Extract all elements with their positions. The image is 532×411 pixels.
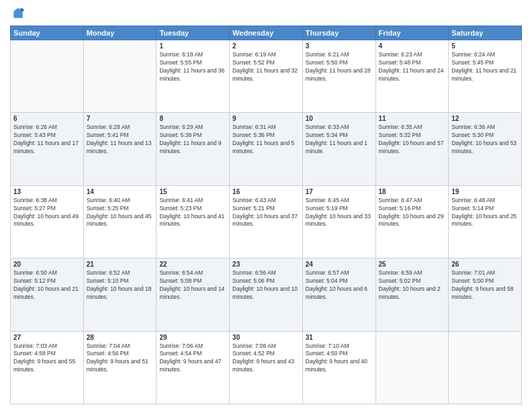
calendar-cell: 1Sunrise: 6:18 AMSunset: 5:55 PMDaylight…: [157, 40, 230, 113]
calendar-cell: 6Sunrise: 6:26 AMSunset: 5:43 PMDaylight…: [11, 113, 84, 185]
weekday-header-thursday: Thursday: [302, 26, 375, 40]
day-info: Sunrise: 7:08 AMSunset: 4:52 PMDaylight:…: [232, 342, 300, 375]
day-info: Sunrise: 6:59 AMSunset: 5:02 PMDaylight:…: [379, 269, 446, 302]
day-number: 26: [451, 261, 519, 268]
calendar-cell: [375, 331, 449, 404]
day-number: 3: [306, 42, 373, 50]
week-row-2: 6Sunrise: 6:26 AMSunset: 5:43 PMDaylight…: [11, 113, 522, 185]
week-row-3: 13Sunrise: 6:38 AMSunset: 5:27 PMDayligh…: [11, 185, 522, 258]
weekday-header-row: SundayMondayTuesdayWednesdayThursdayFrid…: [11, 26, 522, 40]
calendar-cell: 26Sunrise: 7:01 AMSunset: 5:00 PMDayligh…: [449, 259, 522, 331]
calendar-cell: [83, 40, 157, 113]
day-number: 31: [306, 334, 373, 341]
calendar-cell: 23Sunrise: 6:56 AMSunset: 5:06 PMDayligh…: [230, 259, 303, 331]
day-number: 1: [159, 42, 226, 50]
day-info: Sunrise: 6:56 AMSunset: 5:06 PMDaylight:…: [232, 269, 300, 302]
day-number: 19: [451, 188, 519, 195]
calendar-table: SundayMondayTuesdayWednesdayThursdayFrid…: [10, 26, 522, 404]
day-number: 21: [87, 261, 154, 268]
day-info: Sunrise: 6:23 AMSunset: 5:48 PMDaylight:…: [379, 51, 446, 83]
day-number: 24: [306, 261, 373, 268]
day-info: Sunrise: 7:04 AMSunset: 4:56 PMDaylight:…: [87, 342, 154, 375]
day-info: Sunrise: 6:52 AMSunset: 5:10 PMDaylight:…: [87, 269, 154, 302]
day-number: 7: [87, 115, 154, 122]
weekday-header-wednesday: Wednesday: [230, 26, 303, 40]
day-info: Sunrise: 6:57 AMSunset: 5:04 PMDaylight:…: [306, 269, 373, 302]
week-row-4: 20Sunrise: 6:50 AMSunset: 5:12 PMDayligh…: [11, 259, 522, 331]
day-info: Sunrise: 6:45 AMSunset: 5:19 PMDaylight:…: [306, 197, 373, 229]
page-header: [10, 7, 522, 20]
calendar-cell: 22Sunrise: 6:54 AMSunset: 5:08 PMDayligh…: [157, 259, 230, 331]
calendar-cell: 21Sunrise: 6:52 AMSunset: 5:10 PMDayligh…: [83, 259, 157, 331]
day-number: 11: [379, 115, 446, 122]
day-info: Sunrise: 6:36 AMSunset: 5:30 PMDaylight:…: [451, 124, 519, 156]
day-info: Sunrise: 7:06 AMSunset: 4:54 PMDaylight:…: [159, 342, 226, 375]
day-number: 28: [87, 334, 154, 341]
calendar-cell: 18Sunrise: 6:47 AMSunset: 5:16 PMDayligh…: [375, 185, 449, 258]
calendar-cell: 7Sunrise: 6:28 AMSunset: 5:41 PMDaylight…: [83, 113, 157, 185]
calendar-cell: 19Sunrise: 6:48 AMSunset: 5:14 PMDayligh…: [449, 185, 522, 258]
day-info: Sunrise: 6:26 AMSunset: 5:43 PMDaylight:…: [13, 124, 81, 156]
calendar-cell: 3Sunrise: 6:21 AMSunset: 5:50 PMDaylight…: [302, 40, 375, 113]
day-info: Sunrise: 6:19 AMSunset: 5:52 PMDaylight:…: [232, 51, 300, 83]
day-info: Sunrise: 6:40 AMSunset: 5:25 PMDaylight:…: [87, 197, 154, 229]
week-row-1: 1Sunrise: 6:18 AMSunset: 5:55 PMDaylight…: [11, 40, 522, 113]
day-number: 17: [306, 188, 373, 195]
logo-icon: [11, 7, 25, 20]
calendar-cell: 17Sunrise: 6:45 AMSunset: 5:19 PMDayligh…: [302, 185, 375, 258]
day-info: Sunrise: 6:38 AMSunset: 5:27 PMDaylight:…: [13, 197, 81, 229]
day-number: 16: [232, 188, 300, 195]
day-info: Sunrise: 6:48 AMSunset: 5:14 PMDaylight:…: [451, 197, 519, 229]
day-number: 29: [159, 334, 226, 341]
day-number: 4: [379, 42, 446, 50]
day-number: 5: [451, 42, 519, 50]
day-info: Sunrise: 6:24 AMSunset: 5:45 PMDaylight:…: [451, 51, 519, 83]
day-info: Sunrise: 6:47 AMSunset: 5:16 PMDaylight:…: [379, 197, 446, 229]
calendar-cell: 5Sunrise: 6:24 AMSunset: 5:45 PMDaylight…: [449, 40, 522, 113]
day-number: 22: [159, 261, 226, 268]
day-number: 9: [232, 115, 300, 122]
calendar-cell: 9Sunrise: 6:31 AMSunset: 5:36 PMDaylight…: [230, 113, 303, 185]
calendar-cell: 24Sunrise: 6:57 AMSunset: 5:04 PMDayligh…: [302, 259, 375, 331]
calendar-cell: 20Sunrise: 6:50 AMSunset: 5:12 PMDayligh…: [11, 259, 84, 331]
day-info: Sunrise: 6:21 AMSunset: 5:50 PMDaylight:…: [306, 51, 373, 83]
day-number: 12: [451, 115, 519, 122]
calendar-cell: 11Sunrise: 6:35 AMSunset: 5:32 PMDayligh…: [375, 113, 449, 185]
calendar-cell: 25Sunrise: 6:59 AMSunset: 5:02 PMDayligh…: [375, 259, 449, 331]
weekday-header-monday: Monday: [83, 26, 157, 40]
calendar-cell: 31Sunrise: 7:10 AMSunset: 4:50 PMDayligh…: [302, 331, 375, 404]
day-info: Sunrise: 6:35 AMSunset: 5:32 PMDaylight:…: [379, 124, 446, 156]
calendar-cell: 15Sunrise: 6:41 AMSunset: 5:23 PMDayligh…: [157, 185, 230, 258]
weekday-header-sunday: Sunday: [11, 26, 84, 40]
day-info: Sunrise: 6:41 AMSunset: 5:23 PMDaylight:…: [159, 197, 226, 229]
calendar-cell: 12Sunrise: 6:36 AMSunset: 5:30 PMDayligh…: [449, 113, 522, 185]
week-row-5: 27Sunrise: 7:03 AMSunset: 4:58 PMDayligh…: [11, 331, 522, 404]
calendar-cell: 13Sunrise: 6:38 AMSunset: 5:27 PMDayligh…: [11, 185, 84, 258]
day-number: 18: [379, 188, 446, 195]
day-number: 10: [306, 115, 373, 122]
day-info: Sunrise: 6:50 AMSunset: 5:12 PMDaylight:…: [13, 269, 81, 302]
day-info: Sunrise: 6:33 AMSunset: 5:34 PMDaylight:…: [306, 124, 373, 156]
day-number: 30: [232, 334, 300, 341]
calendar-cell: [11, 40, 84, 113]
weekday-header-saturday: Saturday: [449, 26, 522, 40]
weekday-header-tuesday: Tuesday: [157, 26, 230, 40]
day-number: 13: [13, 188, 81, 195]
logo: [10, 7, 25, 20]
day-info: Sunrise: 7:01 AMSunset: 5:00 PMDaylight:…: [451, 269, 519, 302]
day-number: 27: [13, 334, 81, 341]
calendar-cell: 2Sunrise: 6:19 AMSunset: 5:52 PMDaylight…: [230, 40, 303, 113]
day-number: 20: [13, 261, 81, 268]
day-number: 25: [379, 261, 446, 268]
day-info: Sunrise: 6:31 AMSunset: 5:36 PMDaylight:…: [232, 124, 300, 156]
day-info: Sunrise: 6:54 AMSunset: 5:08 PMDaylight:…: [159, 269, 226, 302]
calendar-cell: 4Sunrise: 6:23 AMSunset: 5:48 PMDaylight…: [375, 40, 449, 113]
calendar-cell: 29Sunrise: 7:06 AMSunset: 4:54 PMDayligh…: [157, 331, 230, 404]
calendar-cell: 30Sunrise: 7:08 AMSunset: 4:52 PMDayligh…: [230, 331, 303, 404]
calendar-cell: 14Sunrise: 6:40 AMSunset: 5:25 PMDayligh…: [83, 185, 157, 258]
calendar-cell: 8Sunrise: 6:29 AMSunset: 5:38 PMDaylight…: [157, 113, 230, 185]
day-info: Sunrise: 6:29 AMSunset: 5:38 PMDaylight:…: [159, 124, 226, 156]
day-info: Sunrise: 7:03 AMSunset: 4:58 PMDaylight:…: [13, 342, 81, 375]
day-info: Sunrise: 6:18 AMSunset: 5:55 PMDaylight:…: [159, 51, 226, 83]
day-info: Sunrise: 6:43 AMSunset: 5:21 PMDaylight:…: [232, 197, 300, 229]
